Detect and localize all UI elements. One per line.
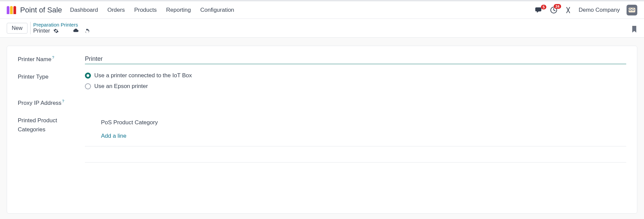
radio-iot-box[interactable]: Use a printer connected to the IoT Box <box>85 72 626 79</box>
messages-icon[interactable]: 5 <box>535 7 543 13</box>
main-nav: Dashboard Orders Products Reporting Conf… <box>70 7 234 13</box>
breadcrumb-parent[interactable]: Preparation Printers <box>33 22 90 28</box>
messages-badge: 5 <box>541 5 546 9</box>
printer-name-input[interactable] <box>85 54 626 64</box>
app-header: Point of Sale Dashboard Orders Products … <box>0 1 644 19</box>
nav-configuration[interactable]: Configuration <box>200 7 234 13</box>
add-line-button[interactable]: Add a line <box>85 129 626 143</box>
bookmark-icon[interactable] <box>631 26 637 33</box>
help-icon[interactable]: ? <box>62 99 64 103</box>
activities-badge: 24 <box>554 4 561 9</box>
proxy-ip-field[interactable] <box>85 98 626 106</box>
radio-epson[interactable]: Use an Epson printer <box>85 83 626 90</box>
label-printer-type: Printer Type <box>18 72 85 90</box>
cloud-unsaved-icon[interactable] <box>72 28 79 34</box>
app-logo-icon[interactable] <box>7 6 16 14</box>
radio-epson-label: Use an Epson printer <box>94 83 148 90</box>
help-icon[interactable]: ? <box>52 55 54 59</box>
control-bar: New Preparation Printers Printer <box>0 19 644 38</box>
breadcrumb-current: Printer <box>33 28 50 34</box>
nav-dashboard[interactable]: Dashboard <box>70 7 98 13</box>
nav-products[interactable]: Products <box>134 7 157 13</box>
table-empty-row <box>85 146 626 163</box>
label-printed-categories: Printed Product Categories <box>18 115 85 163</box>
radio-iot-box-label: Use a printer connected to the IoT Box <box>94 72 192 79</box>
label-printer-name: Printer Name? <box>18 54 85 64</box>
app-title: Point of Sale <box>20 6 62 14</box>
company-name[interactable]: Demo Company <box>579 7 620 13</box>
activities-icon[interactable]: 24 <box>550 6 558 14</box>
avatar[interactable] <box>627 5 637 15</box>
gear-icon[interactable] <box>53 28 59 34</box>
tools-icon[interactable] <box>564 6 572 14</box>
nav-reporting[interactable]: Reporting <box>166 7 191 13</box>
radio-unchecked-icon <box>85 83 91 89</box>
label-proxy-ip: Proxy IP Address? <box>18 98 85 106</box>
radio-checked-icon <box>85 73 91 79</box>
discard-icon[interactable] <box>84 28 90 34</box>
new-button[interactable]: New <box>7 23 28 34</box>
form-sheet: Printer Name? Printer Type Use a printer… <box>7 46 637 214</box>
category-column-header: PoS Product Category <box>85 116 626 129</box>
nav-orders[interactable]: Orders <box>107 7 125 13</box>
